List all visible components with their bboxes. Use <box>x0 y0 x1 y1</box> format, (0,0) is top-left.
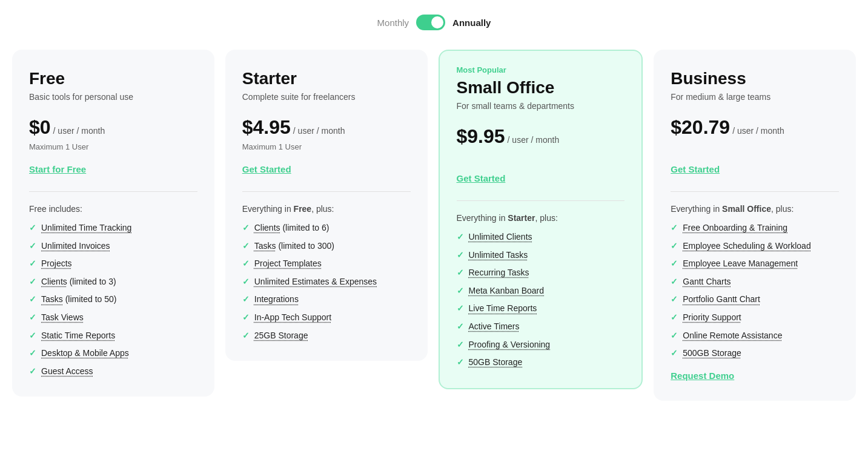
feature-text: Tasks (limited to 50) <box>41 294 117 306</box>
plan-card-business: BusinessFor medium & large teams $20.79 … <box>654 50 856 401</box>
billing-toggle-switch[interactable] <box>416 15 445 30</box>
check-icon: ✓ <box>29 348 36 358</box>
price-period-small-office: / user / month <box>508 135 560 145</box>
feature-item: ✓ Projects <box>29 258 197 270</box>
feature-list-starter: ✓ Clients (limited to 6) ✓ Tasks (limite… <box>242 222 411 341</box>
plan-cta-small-office[interactable]: Get Started <box>457 173 506 183</box>
price-period-free: / user / month <box>53 126 105 136</box>
check-icon: ✓ <box>457 303 464 313</box>
check-icon: ✓ <box>457 286 464 295</box>
feature-text: Integrations <box>254 294 299 306</box>
feature-text: Unlimited Invoices <box>41 240 110 252</box>
feature-item: ✓ Task Views <box>29 312 197 324</box>
divider-starter <box>242 191 411 192</box>
check-icon: ✓ <box>671 223 678 232</box>
feature-text: Clients (limited to 6) <box>254 222 330 234</box>
plan-price-row-small-office: $9.95 / user / month <box>457 125 625 148</box>
plan-card-free: FreeBasic tools for personal use $0 / us… <box>12 50 214 397</box>
most-popular-badge: Most Popular <box>457 65 625 74</box>
feature-text: In-App Tech Support <box>254 312 331 324</box>
price-note-free: Maximum 1 User <box>29 142 197 153</box>
feature-text: Guest Access <box>41 366 93 378</box>
feature-item: ✓ 25GB Storage <box>242 330 411 342</box>
check-icon: ✓ <box>671 277 678 286</box>
check-icon: ✓ <box>29 277 36 286</box>
plan-description-starter: Complete suite for freelancers <box>242 92 411 104</box>
plan-name-small-office: Small Office <box>457 78 625 97</box>
includes-label-starter: Everything in Free, plus: <box>242 204 411 214</box>
feature-text: Unlimited Tasks <box>469 249 528 262</box>
plan-cta-starter[interactable]: Get Started <box>242 164 291 174</box>
plan-cta-business[interactable]: Get Started <box>671 164 720 174</box>
feature-text: 50GB Storage <box>469 357 523 369</box>
feature-item: ✓ Tasks (limited to 50) <box>29 294 197 306</box>
feature-text: Clients (limited to 3) <box>41 276 116 288</box>
feature-item: ✓ Priority Support <box>671 312 839 324</box>
plan-cta-free[interactable]: Start for Free <box>29 164 86 174</box>
feature-text: Employee Leave Management <box>683 258 798 270</box>
plan-card-small-office: Most PopularSmall OfficeFor small teams … <box>439 50 643 389</box>
plan-price-row-free: $0 / user / month <box>29 116 197 139</box>
check-icon: ✓ <box>29 366 36 376</box>
feature-text: Desktop & Mobile Apps <box>41 347 129 360</box>
feature-text: Live Time Reports <box>469 303 537 315</box>
feature-text: Projects <box>41 258 72 270</box>
feature-item: ✓ Desktop & Mobile Apps <box>29 347 197 360</box>
feature-item: ✓ Unlimited Invoices <box>29 240 197 252</box>
check-icon: ✓ <box>242 312 250 322</box>
plan-description-small-office: For small teams & departments <box>457 101 625 113</box>
feature-text: Unlimited Estimates & Expenses <box>254 276 377 288</box>
check-icon: ✓ <box>457 250 464 260</box>
monthly-label: Monthly <box>377 18 409 28</box>
annually-label: Annually <box>452 18 491 28</box>
check-icon: ✓ <box>671 294 678 304</box>
check-icon: ✓ <box>242 331 250 340</box>
check-icon: ✓ <box>29 312 36 322</box>
check-icon: ✓ <box>457 321 464 331</box>
request-demo-link-business[interactable]: Request Demo <box>671 371 734 381</box>
includes-label-small-office: Everything in Starter, plus: <box>457 213 625 223</box>
price-period-business: / user / month <box>732 126 784 136</box>
feature-item: ✓ Guest Access <box>29 366 197 378</box>
feature-item: ✓ Unlimited Time Tracking <box>29 222 197 234</box>
check-icon: ✓ <box>29 241 36 251</box>
feature-item: ✓ In-App Tech Support <box>242 312 411 324</box>
check-icon: ✓ <box>671 241 678 251</box>
plan-price-row-business: $20.79 / user / month <box>671 116 839 139</box>
feature-text: Priority Support <box>683 312 741 324</box>
check-icon: ✓ <box>457 232 464 242</box>
price-amount-free: $0 <box>29 116 51 139</box>
feature-item: ✓ Project Templates <box>242 258 411 270</box>
feature-item: ✓ Unlimited Clients <box>457 231 625 243</box>
feature-list-small-office: ✓ Unlimited Clients ✓ Unlimited Tasks ✓ … <box>457 231 625 369</box>
feature-text: Free Onboarding & Training <box>683 222 787 234</box>
feature-item: ✓ Unlimited Estimates & Expenses <box>242 276 411 288</box>
check-icon: ✓ <box>457 268 464 277</box>
feature-text: Active Timers <box>469 321 520 333</box>
check-icon: ✓ <box>242 277 250 286</box>
feature-item: ✓ Proofing & Versioning <box>457 339 625 351</box>
feature-item: ✓ Live Time Reports <box>457 303 625 315</box>
plan-description-free: Basic tools for personal use <box>29 92 197 104</box>
feature-text: Online Remote Assistance <box>683 330 782 342</box>
includes-label-free: Free includes: <box>29 204 197 214</box>
feature-text: Meta Kanban Board <box>469 285 545 297</box>
divider-small-office <box>457 200 625 201</box>
price-amount-starter: $4.95 <box>242 116 291 139</box>
feature-text: Static Time Reports <box>41 330 115 342</box>
feature-item: ✓ Static Time Reports <box>29 330 197 342</box>
feature-item: ✓ Free Onboarding & Training <box>671 222 839 234</box>
price-note-small-office <box>457 151 625 162</box>
feature-item: ✓ Gantt Charts <box>671 276 839 288</box>
check-icon: ✓ <box>457 340 464 349</box>
plan-description-business: For medium & large teams <box>671 92 839 104</box>
feature-item: ✓ Meta Kanban Board <box>457 285 625 297</box>
check-icon: ✓ <box>457 357 464 367</box>
billing-toggle: Monthly Annually <box>377 15 491 30</box>
check-icon: ✓ <box>242 223 250 232</box>
feature-text: 500GB Storage <box>683 347 741 360</box>
feature-item: ✓ Clients (limited to 6) <box>242 222 411 234</box>
feature-text: Unlimited Time Tracking <box>41 222 131 234</box>
feature-text: Task Views <box>41 312 84 324</box>
price-amount-business: $20.79 <box>671 116 730 139</box>
